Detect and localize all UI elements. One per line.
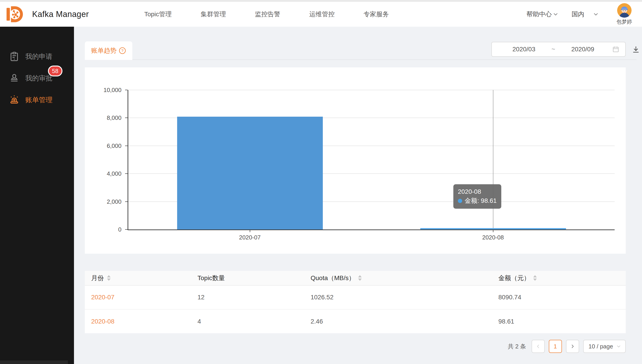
app-title: Kafka Manager [32, 10, 89, 19]
billing-table: 月份Topic数量Quota（MB/s）金额（元） 2020-07121026.… [85, 271, 626, 333]
y-tick [125, 229, 128, 230]
series-dot-icon [458, 199, 462, 203]
billing-trend-chart-card: 02,0004,0006,0008,00010,0002020-072020-0… [85, 67, 626, 254]
column-header-label: 月份 [91, 274, 104, 282]
x-tick [250, 230, 250, 232]
top-nav-item[interactable]: 监控告警 [255, 10, 280, 18]
month-link[interactable]: 2020-07 [91, 294, 115, 301]
sidebar-collapse-trigger[interactable] [0, 360, 68, 364]
top-nav-item[interactable]: 运维管控 [309, 10, 335, 18]
top-nav-item[interactable]: 专家服务 [364, 10, 389, 18]
header-right: 帮助中心 国内 包梦婷 [526, 3, 642, 25]
y-axis [128, 90, 128, 230]
tab-bill-trend-label: 账单趋势 [91, 46, 117, 55]
top-nav-item[interactable]: 集群管理 [201, 10, 226, 18]
sidebar-item-bill-management[interactable]: 账单管理 [0, 94, 74, 106]
download-icon[interactable] [631, 45, 640, 54]
help-center-label: 帮助中心 [526, 10, 552, 18]
caret-down-icon [533, 278, 537, 281]
sort-carets-icon[interactable] [107, 275, 111, 281]
user-name: 包梦婷 [616, 18, 632, 25]
y-tick-label: 10,000 [83, 86, 122, 94]
calendar-icon [612, 46, 619, 53]
cell-amount: 98.61 [492, 309, 626, 333]
y-tick [125, 146, 128, 146]
sort-carets-icon[interactable] [533, 275, 537, 281]
x-tick-label: 2020-07 [216, 234, 284, 241]
chevron-down-icon [553, 11, 558, 17]
stamp-icon [9, 73, 20, 84]
date-range-picker[interactable]: 2020/03 ~ 2020/09 [491, 42, 626, 57]
y-tick [125, 90, 128, 90]
column-header-inner: Topic数量 [198, 274, 225, 282]
chevron-left-icon [535, 344, 541, 349]
column-header-topics: Topic数量 [191, 271, 304, 285]
y-tick [125, 118, 128, 118]
pagination-page-1-button[interactable]: 1 [549, 340, 562, 353]
date-range-separator: ~ [550, 46, 556, 53]
question-circle-icon[interactable]: ? [119, 47, 126, 54]
caret-up-icon [358, 275, 362, 278]
chevron-right-icon [570, 344, 575, 349]
top-nav: Topic管理集群管理监控告警运维管控专家服务 [144, 10, 389, 18]
chart-bar-2020-07[interactable] [177, 117, 323, 230]
x-axis [128, 230, 615, 230]
sort-carets-icon[interactable] [358, 275, 362, 281]
siren-icon [9, 95, 20, 105]
table-header-row: 月份Topic数量Quota（MB/s）金额（元） [85, 271, 626, 285]
region-label: 国内 [572, 10, 584, 18]
gridline [128, 90, 615, 90]
notification-badge: 58 [48, 66, 63, 76]
caret-up-icon [533, 275, 537, 278]
column-header-inner[interactable]: 月份 [91, 274, 111, 282]
help-center-menu[interactable]: 帮助中心 [526, 10, 558, 18]
chevron-down-icon [616, 344, 621, 349]
sidebar-item-my-approvals[interactable]: 我的审批58 [0, 72, 74, 84]
column-header-amount: 金额（元） [492, 271, 626, 285]
page-size-select[interactable]: 10 / page [583, 340, 626, 353]
x-tick [493, 230, 493, 232]
chart-bar-2020-08[interactable] [420, 228, 566, 230]
cell-topics: 4 [191, 309, 304, 333]
sidebar: 我的申请我的审批58账单管理 [0, 27, 74, 364]
top-nav-item[interactable]: Topic管理 [144, 10, 172, 18]
x-tick-label: 2020-08 [459, 234, 527, 241]
y-tick-label: 2,000 [83, 198, 122, 205]
pagination-next-button[interactable] [566, 340, 579, 353]
cell-month: 2020-07 [85, 285, 191, 309]
y-tick [125, 174, 128, 174]
app-logo-icon [6, 4, 25, 24]
chart-tooltip: 2020-08 金额: 98.61 [453, 184, 501, 209]
pagination: 共 2 条 1 10 / page [508, 340, 626, 353]
caret-up-icon [107, 275, 111, 278]
y-tick [125, 202, 128, 202]
column-header-label: Quota（MB/s） [311, 274, 355, 282]
sidebar-item-my-applications[interactable]: 我的申请 [0, 50, 74, 63]
billing-trend-chart: 02,0004,0006,0008,00010,0002020-072020-0… [128, 90, 615, 230]
caret-down-icon [107, 278, 111, 281]
date-range-start[interactable]: 2020/03 [498, 46, 550, 53]
chart-tooltip-value: 金额: 98.61 [465, 196, 497, 205]
tab-bill-trend[interactable]: 账单趋势 ? [85, 41, 132, 60]
user-menu[interactable]: 包梦婷 [616, 3, 632, 25]
y-tick-label: 8,000 [83, 114, 122, 122]
clipboard-icon [9, 51, 20, 62]
pagination-prev-button[interactable] [532, 340, 545, 353]
y-tick-label: 4,000 [83, 170, 122, 177]
tabbar-divider [132, 60, 636, 60]
date-range-end[interactable]: 2020/09 [556, 46, 609, 53]
table-row: 2020-07121026.528090.74 [85, 285, 626, 309]
column-header-quota: Quota（MB/s） [304, 271, 492, 285]
column-header-label: 金额（元） [498, 274, 530, 282]
cell-quota: 2.46 [304, 309, 492, 333]
cell-quota: 1026.52 [304, 285, 492, 309]
y-tick-label: 0 [83, 226, 122, 233]
column-header-inner[interactable]: Quota（MB/s） [311, 274, 362, 282]
pagination-total: 共 2 条 [508, 342, 526, 350]
column-header-inner[interactable]: 金额（元） [498, 274, 537, 282]
sidebar-item-label: 我的申请 [25, 52, 53, 61]
month-link[interactable]: 2020-08 [91, 318, 115, 325]
avatar [617, 3, 631, 18]
region-select[interactable]: 国内 [572, 10, 599, 18]
caret-down-icon [358, 278, 362, 281]
